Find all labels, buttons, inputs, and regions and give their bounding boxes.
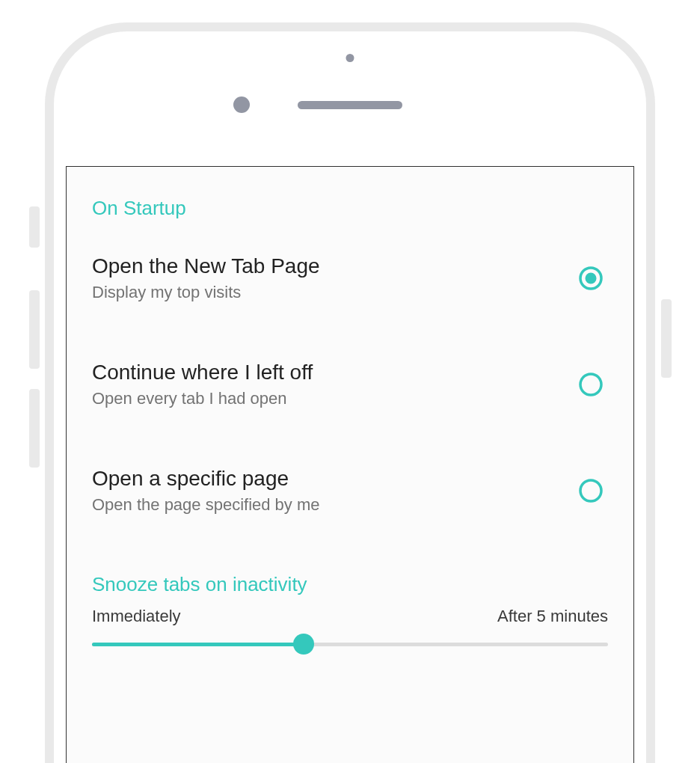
startup-option-new-tab[interactable]: Open the New Tab Page Display my top vis… [92, 254, 608, 302]
snooze-slider[interactable] [92, 632, 608, 655]
section-title-snooze: Snooze tabs on inactivity [92, 573, 608, 596]
screen: On Startup Open the New Tab Page Display… [66, 166, 634, 763]
startup-option-title: Continue where I left off [92, 361, 313, 384]
phone-side-button-volume-up [29, 290, 40, 369]
radio-unselected-icon[interactable] [578, 478, 604, 503]
svg-point-2 [580, 374, 601, 395]
startup-option-title: Open the New Tab Page [92, 254, 320, 278]
startup-option-continue[interactable]: Continue where I left off Open every tab… [92, 361, 608, 408]
phone-side-button-power [661, 299, 672, 378]
startup-option-title: Open a specific page [92, 467, 320, 491]
sensor-dot-icon [346, 54, 354, 62]
snooze-slider-labels: Immediately After 5 minutes [92, 607, 608, 626]
snooze-max-label: After 5 minutes [497, 607, 608, 626]
speaker-grill-icon [298, 101, 402, 109]
slider-thumb[interactable] [293, 634, 314, 655]
startup-option-subtitle: Display my top visits [92, 283, 320, 302]
radio-unselected-icon[interactable] [578, 372, 604, 397]
startup-option-subtitle: Open every tab I had open [92, 389, 313, 408]
svg-point-3 [580, 480, 601, 501]
camera-dot-icon [233, 96, 250, 113]
slider-fill [92, 643, 304, 646]
phone-side-button-volume-down [29, 389, 40, 468]
radio-selected-icon[interactable] [578, 266, 604, 291]
snooze-min-label: Immediately [92, 607, 181, 626]
section-title-startup: On Startup [92, 197, 608, 220]
svg-point-1 [586, 273, 597, 284]
startup-option-specific-page[interactable]: Open a specific page Open the page speci… [92, 467, 608, 515]
startup-option-subtitle: Open the page specified by me [92, 495, 320, 515]
phone-side-button-silence [29, 206, 40, 248]
